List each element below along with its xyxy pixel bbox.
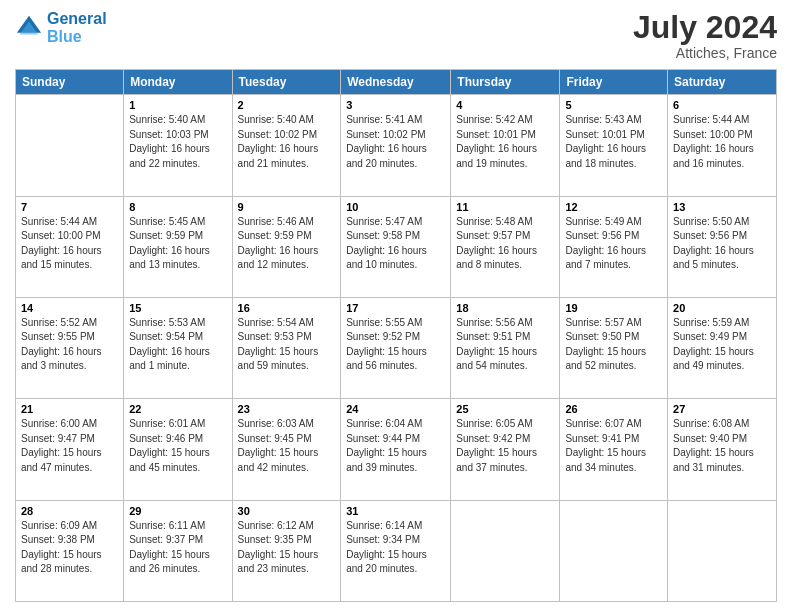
day-number: 18 — [456, 302, 554, 314]
calendar-cell: 30Sunrise: 6:12 AM Sunset: 9:35 PM Dayli… — [232, 500, 341, 601]
day-number: 3 — [346, 99, 445, 111]
day-number: 30 — [238, 505, 336, 517]
day-number: 14 — [21, 302, 118, 314]
day-info: Sunrise: 5:47 AM Sunset: 9:58 PM Dayligh… — [346, 215, 445, 273]
calendar-week-1: 1Sunrise: 5:40 AM Sunset: 10:03 PM Dayli… — [16, 95, 777, 196]
day-number: 24 — [346, 403, 445, 415]
header: General Blue July 2024 Attiches, France — [15, 10, 777, 61]
day-info: Sunrise: 5:53 AM Sunset: 9:54 PM Dayligh… — [129, 316, 226, 374]
calendar-cell: 20Sunrise: 5:59 AM Sunset: 9:49 PM Dayli… — [668, 297, 777, 398]
logo: General Blue — [15, 10, 107, 45]
calendar-cell: 3Sunrise: 5:41 AM Sunset: 10:02 PM Dayli… — [341, 95, 451, 196]
day-info: Sunrise: 5:40 AM Sunset: 10:03 PM Daylig… — [129, 113, 226, 171]
month-year: July 2024 — [633, 10, 777, 45]
day-info: Sunrise: 6:14 AM Sunset: 9:34 PM Dayligh… — [346, 519, 445, 577]
day-number: 28 — [21, 505, 118, 517]
calendar-cell: 24Sunrise: 6:04 AM Sunset: 9:44 PM Dayli… — [341, 399, 451, 500]
calendar-cell — [451, 500, 560, 601]
calendar-cell: 4Sunrise: 5:42 AM Sunset: 10:01 PM Dayli… — [451, 95, 560, 196]
day-number: 13 — [673, 201, 771, 213]
calendar-week-4: 21Sunrise: 6:00 AM Sunset: 9:47 PM Dayli… — [16, 399, 777, 500]
calendar-cell: 21Sunrise: 6:00 AM Sunset: 9:47 PM Dayli… — [16, 399, 124, 500]
calendar-header-row: Sunday Monday Tuesday Wednesday Thursday… — [16, 70, 777, 95]
calendar-cell: 8Sunrise: 5:45 AM Sunset: 9:59 PM Daylig… — [124, 196, 232, 297]
page: General Blue July 2024 Attiches, France … — [0, 0, 792, 612]
header-tuesday: Tuesday — [232, 70, 341, 95]
calendar-cell: 1Sunrise: 5:40 AM Sunset: 10:03 PM Dayli… — [124, 95, 232, 196]
day-info: Sunrise: 6:12 AM Sunset: 9:35 PM Dayligh… — [238, 519, 336, 577]
day-info: Sunrise: 5:55 AM Sunset: 9:52 PM Dayligh… — [346, 316, 445, 374]
day-info: Sunrise: 6:09 AM Sunset: 9:38 PM Dayligh… — [21, 519, 118, 577]
calendar-cell: 10Sunrise: 5:47 AM Sunset: 9:58 PM Dayli… — [341, 196, 451, 297]
day-info: Sunrise: 5:42 AM Sunset: 10:01 PM Daylig… — [456, 113, 554, 171]
logo-icon — [15, 14, 43, 42]
day-number: 17 — [346, 302, 445, 314]
calendar-body: 1Sunrise: 5:40 AM Sunset: 10:03 PM Dayli… — [16, 95, 777, 602]
day-info: Sunrise: 6:05 AM Sunset: 9:42 PM Dayligh… — [456, 417, 554, 475]
header-sunday: Sunday — [16, 70, 124, 95]
day-number: 27 — [673, 403, 771, 415]
calendar-cell: 19Sunrise: 5:57 AM Sunset: 9:50 PM Dayli… — [560, 297, 668, 398]
calendar-week-5: 28Sunrise: 6:09 AM Sunset: 9:38 PM Dayli… — [16, 500, 777, 601]
calendar-cell: 11Sunrise: 5:48 AM Sunset: 9:57 PM Dayli… — [451, 196, 560, 297]
calendar-cell: 2Sunrise: 5:40 AM Sunset: 10:02 PM Dayli… — [232, 95, 341, 196]
day-number: 23 — [238, 403, 336, 415]
header-monday: Monday — [124, 70, 232, 95]
title-block: July 2024 Attiches, France — [633, 10, 777, 61]
calendar-cell: 27Sunrise: 6:08 AM Sunset: 9:40 PM Dayli… — [668, 399, 777, 500]
day-number: 26 — [565, 403, 662, 415]
day-info: Sunrise: 5:48 AM Sunset: 9:57 PM Dayligh… — [456, 215, 554, 273]
day-number: 16 — [238, 302, 336, 314]
calendar-cell: 12Sunrise: 5:49 AM Sunset: 9:56 PM Dayli… — [560, 196, 668, 297]
calendar-cell: 22Sunrise: 6:01 AM Sunset: 9:46 PM Dayli… — [124, 399, 232, 500]
calendar-week-2: 7Sunrise: 5:44 AM Sunset: 10:00 PM Dayli… — [16, 196, 777, 297]
calendar-cell: 23Sunrise: 6:03 AM Sunset: 9:45 PM Dayli… — [232, 399, 341, 500]
day-info: Sunrise: 5:45 AM Sunset: 9:59 PM Dayligh… — [129, 215, 226, 273]
day-info: Sunrise: 5:52 AM Sunset: 9:55 PM Dayligh… — [21, 316, 118, 374]
calendar-cell: 15Sunrise: 5:53 AM Sunset: 9:54 PM Dayli… — [124, 297, 232, 398]
day-number: 25 — [456, 403, 554, 415]
day-number: 20 — [673, 302, 771, 314]
day-number: 2 — [238, 99, 336, 111]
day-info: Sunrise: 6:07 AM Sunset: 9:41 PM Dayligh… — [565, 417, 662, 475]
calendar-cell: 26Sunrise: 6:07 AM Sunset: 9:41 PM Dayli… — [560, 399, 668, 500]
day-info: Sunrise: 6:08 AM Sunset: 9:40 PM Dayligh… — [673, 417, 771, 475]
day-number: 7 — [21, 201, 118, 213]
calendar-table: Sunday Monday Tuesday Wednesday Thursday… — [15, 69, 777, 602]
calendar-week-3: 14Sunrise: 5:52 AM Sunset: 9:55 PM Dayli… — [16, 297, 777, 398]
day-number: 21 — [21, 403, 118, 415]
calendar-cell: 7Sunrise: 5:44 AM Sunset: 10:00 PM Dayli… — [16, 196, 124, 297]
day-info: Sunrise: 5:46 AM Sunset: 9:59 PM Dayligh… — [238, 215, 336, 273]
calendar-cell — [560, 500, 668, 601]
day-number: 22 — [129, 403, 226, 415]
day-number: 12 — [565, 201, 662, 213]
calendar-cell: 9Sunrise: 5:46 AM Sunset: 9:59 PM Daylig… — [232, 196, 341, 297]
calendar-cell — [16, 95, 124, 196]
day-info: Sunrise: 5:44 AM Sunset: 10:00 PM Daylig… — [21, 215, 118, 273]
location: Attiches, France — [633, 45, 777, 61]
calendar-cell: 25Sunrise: 6:05 AM Sunset: 9:42 PM Dayli… — [451, 399, 560, 500]
day-number: 5 — [565, 99, 662, 111]
day-info: Sunrise: 6:01 AM Sunset: 9:46 PM Dayligh… — [129, 417, 226, 475]
day-info: Sunrise: 6:00 AM Sunset: 9:47 PM Dayligh… — [21, 417, 118, 475]
logo-text: General Blue — [47, 10, 107, 45]
day-info: Sunrise: 5:41 AM Sunset: 10:02 PM Daylig… — [346, 113, 445, 171]
day-info: Sunrise: 5:59 AM Sunset: 9:49 PM Dayligh… — [673, 316, 771, 374]
header-friday: Friday — [560, 70, 668, 95]
header-saturday: Saturday — [668, 70, 777, 95]
day-number: 6 — [673, 99, 771, 111]
day-info: Sunrise: 5:40 AM Sunset: 10:02 PM Daylig… — [238, 113, 336, 171]
day-info: Sunrise: 5:50 AM Sunset: 9:56 PM Dayligh… — [673, 215, 771, 273]
day-number: 31 — [346, 505, 445, 517]
day-info: Sunrise: 5:44 AM Sunset: 10:00 PM Daylig… — [673, 113, 771, 171]
day-info: Sunrise: 5:43 AM Sunset: 10:01 PM Daylig… — [565, 113, 662, 171]
calendar-cell: 16Sunrise: 5:54 AM Sunset: 9:53 PM Dayli… — [232, 297, 341, 398]
header-thursday: Thursday — [451, 70, 560, 95]
calendar-cell: 14Sunrise: 5:52 AM Sunset: 9:55 PM Dayli… — [16, 297, 124, 398]
calendar-cell — [668, 500, 777, 601]
calendar-cell: 18Sunrise: 5:56 AM Sunset: 9:51 PM Dayli… — [451, 297, 560, 398]
day-info: Sunrise: 5:56 AM Sunset: 9:51 PM Dayligh… — [456, 316, 554, 374]
calendar-cell: 5Sunrise: 5:43 AM Sunset: 10:01 PM Dayli… — [560, 95, 668, 196]
calendar-cell: 31Sunrise: 6:14 AM Sunset: 9:34 PM Dayli… — [341, 500, 451, 601]
calendar-cell: 17Sunrise: 5:55 AM Sunset: 9:52 PM Dayli… — [341, 297, 451, 398]
